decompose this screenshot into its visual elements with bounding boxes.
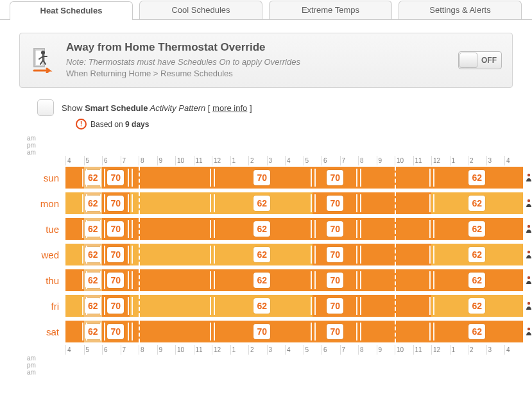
schedule-segment[interactable]: 62 bbox=[212, 218, 313, 240]
setpoint-badge[interactable]: 62 bbox=[85, 196, 101, 211]
schedule-segment[interactable]: 70 bbox=[102, 192, 130, 214]
setpoint-badge[interactable]: 70 bbox=[327, 324, 343, 339]
drag-handle[interactable] bbox=[356, 194, 361, 212]
schedule-segment[interactable]: 62 bbox=[431, 192, 523, 214]
tab-heat-schedules[interactable]: Heat Schedules bbox=[10, 1, 133, 20]
drag-handle[interactable] bbox=[210, 297, 215, 315]
drag-handle[interactable] bbox=[210, 246, 215, 264]
drag-handle[interactable] bbox=[356, 246, 361, 264]
setpoint-badge[interactable]: 62 bbox=[253, 298, 270, 314]
schedule-segment[interactable]: 62 bbox=[212, 269, 313, 291]
drag-handle[interactable] bbox=[356, 323, 361, 341]
schedule-segment[interactable] bbox=[65, 269, 84, 291]
setpoint-badge[interactable]: 70 bbox=[327, 196, 343, 211]
drag-handle[interactable] bbox=[128, 271, 133, 289]
drag-handle[interactable] bbox=[311, 323, 316, 341]
schedule-track[interactable]: 6270627062 bbox=[65, 269, 523, 291]
drag-handle[interactable] bbox=[311, 297, 316, 315]
schedule-segment[interactable]: 70 bbox=[313, 295, 358, 317]
schedule-segment[interactable]: 70 bbox=[102, 244, 130, 265]
tab-cool-schedules[interactable]: Cool Schedules bbox=[139, 1, 262, 19]
schedule-segment[interactable]: 70 bbox=[212, 321, 313, 342]
schedule-segment[interactable]: 70 bbox=[313, 192, 358, 214]
override-toggle[interactable]: OFF bbox=[458, 51, 502, 69]
schedule-segment[interactable] bbox=[65, 218, 84, 240]
setpoint-badge[interactable]: 62 bbox=[253, 221, 270, 237]
drag-handle[interactable] bbox=[356, 169, 361, 187]
occupancy-icon[interactable] bbox=[523, 172, 533, 183]
setpoint-badge[interactable]: 62 bbox=[468, 170, 485, 185]
drag-handle[interactable] bbox=[210, 194, 215, 212]
drag-handle[interactable] bbox=[128, 220, 133, 238]
schedule-segment[interactable]: 62 bbox=[431, 244, 523, 265]
occupancy-icon[interactable] bbox=[523, 223, 533, 235]
setpoint-badge[interactable]: 70 bbox=[107, 196, 124, 211]
drag-handle[interactable] bbox=[311, 194, 316, 212]
schedule-segment[interactable]: 62 bbox=[431, 295, 523, 317]
setpoint-badge[interactable]: 70 bbox=[327, 247, 343, 262]
setpoint-badge[interactable]: 62 bbox=[468, 247, 485, 262]
drag-handle[interactable] bbox=[128, 169, 133, 187]
setpoint-badge[interactable]: 62 bbox=[468, 273, 485, 288]
setpoint-badge[interactable]: 70 bbox=[327, 273, 343, 288]
schedule-segment[interactable]: 62 bbox=[431, 167, 523, 189]
drag-handle[interactable] bbox=[100, 220, 105, 238]
schedule-segment[interactable] bbox=[130, 244, 212, 265]
schedule-segment[interactable] bbox=[130, 192, 212, 214]
drag-handle[interactable] bbox=[356, 220, 361, 238]
setpoint-badge[interactable]: 70 bbox=[107, 247, 124, 262]
drag-handle[interactable] bbox=[311, 220, 316, 238]
schedule-segment[interactable]: 62 bbox=[431, 321, 523, 342]
setpoint-badge[interactable]: 62 bbox=[85, 273, 101, 288]
setpoint-badge[interactable]: 62 bbox=[85, 221, 101, 237]
drag-handle[interactable] bbox=[100, 194, 105, 212]
drag-handle[interactable] bbox=[128, 323, 133, 341]
drag-handle[interactable] bbox=[128, 246, 133, 264]
schedule-segment[interactable] bbox=[130, 167, 212, 189]
drag-handle[interactable] bbox=[356, 297, 361, 315]
schedule-segment[interactable] bbox=[130, 321, 212, 342]
schedule-track[interactable]: 6270627062 bbox=[65, 192, 523, 214]
schedule-track[interactable]: 6270627062 bbox=[65, 244, 523, 265]
setpoint-badge[interactable]: 62 bbox=[253, 247, 270, 262]
drag-handle[interactable] bbox=[100, 271, 105, 289]
schedule-segment[interactable]: 70 bbox=[313, 167, 358, 189]
schedule-segment[interactable]: 62 bbox=[431, 269, 523, 291]
drag-handle[interactable] bbox=[429, 194, 434, 212]
drag-handle[interactable] bbox=[82, 297, 87, 315]
drag-handle[interactable] bbox=[311, 271, 316, 289]
drag-handle[interactable] bbox=[210, 169, 215, 187]
drag-handle[interactable] bbox=[82, 169, 87, 187]
occupancy-icon[interactable] bbox=[523, 274, 533, 286]
setpoint-badge[interactable]: 62 bbox=[253, 196, 270, 211]
setpoint-badge[interactable]: 70 bbox=[253, 170, 270, 185]
setpoint-badge[interactable]: 70 bbox=[327, 298, 343, 314]
drag-handle[interactable] bbox=[210, 323, 215, 341]
drag-handle[interactable] bbox=[356, 271, 361, 289]
tab-extreme-temps[interactable]: Extreme Temps bbox=[269, 1, 392, 19]
schedule-segment[interactable] bbox=[65, 321, 84, 342]
setpoint-badge[interactable]: 62 bbox=[85, 247, 101, 262]
schedule-segment[interactable] bbox=[130, 218, 212, 240]
smart-schedule-checkbox[interactable] bbox=[37, 99, 54, 116]
drag-handle[interactable] bbox=[429, 220, 434, 238]
more-info-link[interactable]: more info bbox=[212, 103, 247, 113]
schedule-segment[interactable]: 70 bbox=[212, 167, 313, 189]
schedule-segment[interactable]: 70 bbox=[102, 295, 130, 317]
schedule-track[interactable]: 6270707062 bbox=[65, 167, 523, 189]
drag-handle[interactable] bbox=[210, 271, 215, 289]
setpoint-badge[interactable]: 62 bbox=[253, 273, 270, 288]
drag-handle[interactable] bbox=[82, 271, 87, 289]
schedule-segment[interactable]: 70 bbox=[102, 218, 130, 240]
drag-handle[interactable] bbox=[82, 246, 87, 264]
drag-handle[interactable] bbox=[128, 297, 133, 315]
drag-handle[interactable] bbox=[429, 297, 434, 315]
setpoint-badge[interactable]: 70 bbox=[107, 221, 124, 237]
schedule-segment[interactable]: 70 bbox=[102, 321, 130, 342]
drag-handle[interactable] bbox=[429, 246, 434, 264]
occupancy-icon[interactable] bbox=[523, 249, 533, 260]
schedule-segment[interactable] bbox=[65, 167, 84, 189]
schedule-track[interactable]: 6270707062 bbox=[65, 321, 523, 342]
drag-handle[interactable] bbox=[429, 271, 434, 289]
setpoint-badge[interactable]: 62 bbox=[468, 221, 485, 237]
